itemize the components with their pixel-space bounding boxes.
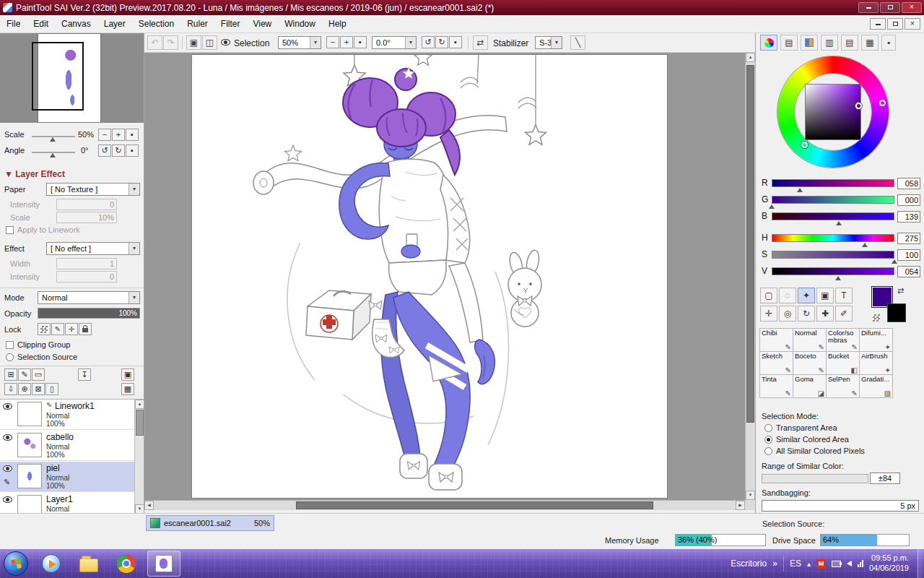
layer-grid-button[interactable]: ▦: [121, 383, 134, 395]
clear-layer-button[interactable]: ⊠: [32, 383, 45, 395]
zoom-out-button[interactable]: −: [98, 129, 111, 141]
menu-layer[interactable]: Layer: [97, 16, 132, 32]
v-slider[interactable]: [772, 267, 894, 275]
canvas-rotate-ccw-button[interactable]: ↺: [422, 36, 435, 48]
language-indicator[interactable]: ES: [790, 558, 801, 569]
canvas-zoom-reset-button[interactable]: ▪: [354, 36, 367, 48]
toolbar-chevron[interactable]: »: [772, 558, 777, 569]
hand-tool[interactable]: ✚: [816, 306, 834, 322]
v-slider-thumb[interactable]: [835, 276, 841, 280]
taskbar-item-painttool-sai[interactable]: [147, 551, 180, 577]
canvas-rotate-cw-button[interactable]: ↻: [435, 36, 448, 48]
document-tab[interactable]: escanear0001.sai2 50%: [146, 515, 274, 531]
zoom-in-button[interactable]: +: [112, 129, 125, 141]
scroll-right-button[interactable]: ▶: [736, 501, 745, 510]
hidden-icons-chevron[interactable]: ▴: [807, 560, 811, 568]
rotate-ccw-button[interactable]: ↺: [98, 144, 111, 157]
document-minimize-button[interactable]: [870, 18, 886, 30]
new-folder-button[interactable]: ▭: [32, 368, 45, 381]
palette-grid-tab[interactable]: ▦: [861, 35, 879, 51]
rotate-cw-button[interactable]: ↻: [112, 144, 125, 157]
hue-ring-marker[interactable]: [879, 100, 886, 106]
sv-marker[interactable]: [855, 103, 862, 109]
brush-tinta[interactable]: Tinta✎: [759, 374, 793, 398]
menu-filter[interactable]: Filter: [214, 16, 247, 32]
r-slider[interactable]: [772, 179, 894, 187]
blend-mode-select[interactable]: Normal▾: [38, 291, 140, 304]
r-slider-thumb[interactable]: [797, 188, 803, 192]
lock-all-button[interactable]: [79, 323, 92, 335]
stabilizer-select[interactable]: S-3▾: [535, 36, 562, 49]
panel-options-button[interactable]: ▪: [881, 35, 896, 51]
canvas-viewport[interactable]: [144, 53, 745, 500]
move-tool[interactable]: ✛: [760, 306, 777, 322]
brush-airbrush[interactable]: AirBrush✦: [859, 351, 893, 375]
layer-visibility-eye-icon[interactable]: [3, 465, 12, 472]
selection-mode-all-similar-radio[interactable]: [764, 447, 772, 455]
layer-effect-header[interactable]: ▼ Layer Effect: [4, 169, 65, 179]
nav-scale-slider-thumb[interactable]: [50, 137, 56, 142]
scrollbar-thumb[interactable]: [296, 501, 653, 509]
brush-goma[interactable]: Goma◪: [793, 374, 827, 398]
swap-colors-icon[interactable]: ⇄: [897, 286, 904, 296]
scroll-up-button[interactable]: ▲: [135, 400, 144, 409]
start-button[interactable]: [4, 551, 28, 576]
layer-row-linework1[interactable]: ✎ Linework1 Normal 100%: [0, 400, 134, 430]
delete-layer-button[interactable]: ▯: [45, 383, 58, 395]
menu-edit[interactable]: Edit: [27, 16, 55, 32]
brush-boceto[interactable]: Boceto✎: [793, 351, 827, 375]
transfer-down-button[interactable]: ↧: [78, 368, 91, 381]
deselect-button[interactable]: ◫: [202, 35, 217, 50]
g-slider[interactable]: [772, 196, 894, 204]
range-similar-color-slider[interactable]: [762, 474, 868, 483]
taskbar-item-media-player[interactable]: [35, 551, 68, 577]
swatches-tab[interactable]: ▤: [780, 35, 798, 51]
selection-source-radio[interactable]: [6, 353, 14, 361]
redo-button[interactable]: ↷: [163, 35, 178, 50]
zoom-select[interactable]: 50%▾: [278, 36, 321, 49]
menu-canvas[interactable]: Canvas: [55, 16, 97, 32]
palette-list-tab[interactable]: ▤: [841, 35, 858, 51]
select-all-button[interactable]: ▣: [186, 35, 201, 50]
color-wheel-tab[interactable]: [760, 35, 777, 51]
taskbar-item-explorer[interactable]: [72, 551, 105, 577]
layer-visibility-eye-icon[interactable]: [3, 434, 12, 441]
scrollbar-thumb[interactable]: [136, 410, 144, 436]
paper-texture-select[interactable]: [ No Texture ]▾: [46, 183, 140, 196]
menu-help[interactable]: Help: [322, 16, 353, 32]
mixer-tab[interactable]: [801, 35, 818, 51]
scroll-down-button[interactable]: ▼: [135, 504, 144, 513]
scratchpad-tab[interactable]: ▥: [821, 35, 838, 51]
window-maximize-button[interactable]: [880, 2, 900, 13]
canvas-vertical-scrollbar[interactable]: ▲ ▼: [745, 53, 755, 500]
flip-horizontal-button[interactable]: ⇄: [473, 35, 488, 50]
selection-mode-all-similar-label[interactable]: All Similar Colored Pixels: [776, 447, 865, 455]
opacity-slider[interactable]: 100%: [38, 308, 140, 319]
window-minimize-button[interactable]: [858, 2, 879, 13]
zoom-reset-button[interactable]: ▪: [126, 129, 139, 141]
menu-ruler[interactable]: Ruler: [180, 16, 214, 32]
dropdown-arrow-icon[interactable]: ▾: [310, 37, 321, 48]
b-slider[interactable]: [772, 212, 894, 220]
navigator[interactable]: [0, 33, 144, 123]
network-tray-icon[interactable]: [858, 560, 863, 567]
s-slider[interactable]: [772, 251, 894, 259]
lock-position-button[interactable]: ✛: [65, 323, 78, 335]
layer-row-cabello[interactable]: cabello Normal 100%: [0, 431, 134, 461]
menu-window[interactable]: Window: [278, 16, 322, 32]
transparent-color-swatch[interactable]: [873, 314, 880, 322]
window-titlebar[interactable]: PaintTool SAI Ver.2 (32bit) Preview.2017…: [0, 0, 924, 15]
saturation-value-square[interactable]: [805, 84, 861, 140]
apply-to-linework-checkbox[interactable]: [6, 226, 14, 234]
text-tool[interactable]: T: [835, 288, 853, 303]
h-slider-thumb[interactable]: [862, 243, 868, 247]
menu-selection[interactable]: Selection: [132, 16, 180, 32]
layer-list-scrollbar[interactable]: ▲ ▼: [134, 400, 144, 513]
lasso-tool[interactable]: ◌: [779, 288, 796, 303]
layer-row-piel[interactable]: ✎ piel Normal 100%: [0, 462, 134, 492]
stroke-preview-button[interactable]: ╲: [570, 35, 585, 50]
brush-normal[interactable]: Normal✎: [793, 328, 827, 352]
dropdown-arrow-icon[interactable]: ▾: [128, 292, 139, 303]
zoom-tool[interactable]: ◎: [779, 306, 796, 322]
b-slider-thumb[interactable]: [836, 221, 842, 225]
